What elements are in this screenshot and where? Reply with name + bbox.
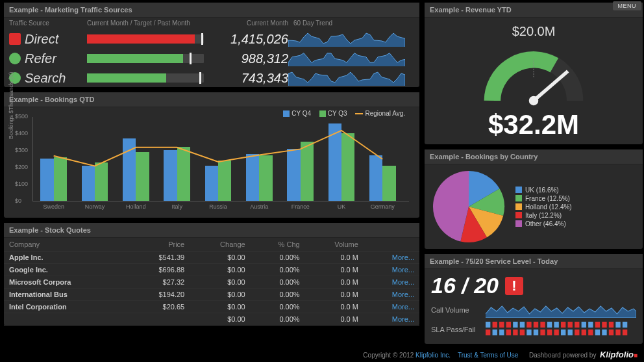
panel-bookings: Example - Bookings QTD CY Q4 CY Q3 Regio… [4, 92, 419, 218]
svg-rect-42 [615, 330, 620, 335]
legend-swatch-icon [515, 203, 522, 210]
table-row: Apple Inc.$541.39$0.000.00%0.0 MMore... [4, 252, 419, 264]
legend-swatch-icon [515, 187, 522, 193]
panel-title: Example - Revenue YTD [425, 3, 643, 18]
traffic-label: Direct [9, 32, 87, 47]
svg-rect-11 [513, 322, 517, 328]
svg-rect-22 [547, 330, 552, 335]
bookings-chart[interactable]: $0$100$200$300$400$500SwedenNorwayHollan… [32, 117, 409, 201]
x-tick: UK [338, 203, 346, 210]
col-header: Current Month [210, 19, 288, 27]
legend-label: Other (46.4%) [525, 220, 566, 227]
panel-title: Example - Marketing Traffic Sources [4, 3, 419, 18]
pie-chart[interactable] [430, 168, 508, 246]
legend-label: Italy (12.2%) [525, 212, 562, 219]
cell-price [128, 313, 190, 326]
traffic-row: Search743,343 [4, 68, 419, 87]
cell-price: $27.32 [128, 276, 190, 289]
bullet-bar [87, 54, 204, 63]
legend-label: CY Q3 [328, 110, 347, 117]
more-link[interactable]: More... [392, 291, 414, 298]
cell-pct: 0.00% [251, 301, 305, 313]
cell-company: International Bus [4, 289, 128, 301]
svg-rect-5 [493, 322, 497, 328]
svg-rect-38 [602, 330, 606, 335]
svg-rect-4 [486, 330, 490, 335]
cell-company: Microsoft Corpora [4, 276, 128, 289]
trend-sparkline [288, 30, 405, 47]
service-count: 16 / 20 [431, 273, 499, 298]
more-link[interactable]: More... [392, 303, 414, 311]
svg-rect-19 [540, 322, 545, 328]
svg-point-2 [529, 96, 539, 106]
call-volume-sparkline [486, 302, 636, 318]
menu-button[interactable]: MENU [613, 1, 642, 10]
svg-rect-18 [534, 330, 538, 335]
svg-rect-20 [540, 330, 545, 335]
regional-line [33, 117, 403, 201]
panel-title: Example - Bookings by Country [425, 149, 643, 164]
alert-icon: ! [505, 277, 523, 295]
more-link[interactable]: More... [392, 253, 414, 261]
panel-revenue: Example - Revenue YTD $20.0M $32.2M [425, 3, 643, 144]
legend-label: Regional Avg. [365, 110, 405, 117]
service-label: SLA Pass/Fail [431, 326, 479, 333]
x-tick: Sweden [43, 203, 64, 210]
panel-service: Example - 75/20 Service Level - Today 16… [425, 254, 643, 344]
cell-pct: 0.00% [251, 264, 305, 276]
cell-volume: 0.0 M [305, 252, 364, 264]
x-tick: France [291, 203, 310, 210]
cell-price: $696.88 [128, 264, 190, 276]
cell-company: Apple Inc. [4, 252, 128, 264]
svg-rect-29 [575, 322, 579, 328]
footer-company-link[interactable]: Klipfolio Inc. [415, 352, 451, 359]
pie-legend: UK (16.6%)France (12.5%)Holland (12.4%)I… [515, 185, 572, 229]
more-link[interactable]: More... [392, 315, 414, 323]
footer-copyright: Copyright © 2012 [363, 352, 414, 359]
bullet-bar [87, 73, 204, 83]
legend-row: Holland (12.4%) [515, 203, 572, 211]
cell-change: $0.00 [190, 301, 250, 313]
cell-volume: 0.0 M [305, 301, 364, 313]
legend-swatch-icon [515, 220, 522, 227]
legend-swatch-icon [319, 110, 326, 117]
svg-rect-27 [568, 322, 573, 328]
cell-volume: 0.0 M [305, 264, 364, 276]
legend-label: CY Q4 [291, 110, 311, 117]
panel-title: Example - Stock Quotes [4, 223, 419, 238]
cell-change: $0.00 [190, 276, 250, 289]
svg-line-1 [534, 71, 568, 100]
y-tick: $300 [15, 147, 28, 153]
more-link[interactable]: More... [392, 266, 414, 274]
y-tick: $400 [15, 130, 28, 136]
y-axis-label: Bookings $Thousands (K) [8, 71, 14, 139]
gauge-target: $20.0M [425, 24, 643, 39]
x-tick: Germany [371, 203, 395, 210]
legend-row: France (12.5%) [515, 195, 572, 202]
table-row: Google Inc.$696.88$0.000.00%0.0 MMore... [4, 264, 419, 276]
traffic-row: Refer988,312 [4, 48, 419, 68]
table-row: Intel Corporation$20.65$0.000.00%0.0 MMo… [4, 301, 419, 313]
svg-rect-39 [609, 322, 613, 328]
svg-rect-44 [623, 330, 627, 335]
stock-table: CompanyPriceChange% ChgVolume Apple Inc.… [4, 238, 419, 326]
svg-rect-3 [486, 322, 490, 328]
svg-rect-16 [526, 330, 531, 335]
svg-rect-28 [568, 330, 573, 335]
footer-terms-link[interactable]: Trust & Terms of Use [458, 352, 518, 359]
cell-change: $0.00 [190, 252, 250, 264]
legend-swatch-icon [355, 113, 363, 114]
footer-brand: Klipfolio [600, 350, 634, 359]
more-link[interactable]: More... [392, 278, 414, 286]
service-label: Call Volume [431, 306, 479, 314]
panel-title: Example - 75/20 Service Level - Today [425, 254, 643, 269]
svg-rect-9 [506, 322, 511, 328]
cell-volume: 0.0 M [305, 289, 364, 301]
svg-rect-30 [575, 330, 579, 335]
svg-rect-15 [526, 322, 531, 328]
svg-rect-34 [588, 330, 593, 335]
col-header: Volume [305, 238, 364, 252]
svg-rect-33 [588, 322, 593, 328]
footer-powered: Dashboard powered by [529, 352, 596, 359]
svg-rect-7 [499, 322, 504, 328]
